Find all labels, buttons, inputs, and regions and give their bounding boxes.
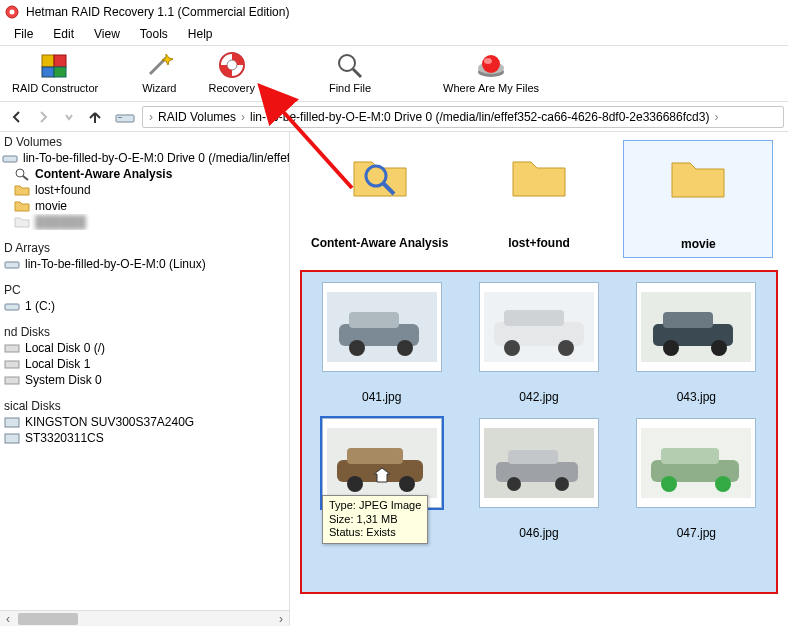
tree-header-volumes[interactable]: D Volumes xyxy=(0,134,289,150)
recovery-button[interactable]: Recovery xyxy=(202,48,260,96)
folder-icon xyxy=(666,147,730,203)
tree-header-nd-disks[interactable]: nd Disks xyxy=(0,324,289,340)
breadcrumb-part[interactable]: lin-To-be-filled-by-O-E-M:0 Drive 0 (/me… xyxy=(247,110,712,124)
svg-point-15 xyxy=(484,58,492,64)
nav-forward-button[interactable] xyxy=(30,105,56,129)
file-tooltip: Type: JPEG Image Size: 1,31 MB Status: E… xyxy=(322,495,428,544)
file-item-selected[interactable]: Type: JPEG Image Size: 1,31 MB Status: E… xyxy=(306,412,457,542)
tree-local-disk-0[interactable]: Local Disk 0 (/) xyxy=(0,340,289,356)
menu-help[interactable]: Help xyxy=(178,24,223,45)
wand-icon xyxy=(142,50,176,80)
file-label: 043.jpg xyxy=(677,390,716,404)
titlebar: Hetman RAID Recovery 1.1 (Commercial Edi… xyxy=(0,0,788,24)
tree-array-item[interactable]: lin-To-be-filled-by-O-E-M:0 (Linux) xyxy=(0,256,289,272)
tree-physical-disk-2[interactable]: ST3320311CS xyxy=(0,430,289,446)
tree-label: ██████ xyxy=(35,215,86,229)
tree-lost-found[interactable]: lost+found xyxy=(0,182,289,198)
image-thumbnail xyxy=(636,418,756,508)
svg-point-53 xyxy=(555,477,569,491)
lifebuoy-icon xyxy=(215,50,249,80)
folder-label: lost+found xyxy=(508,236,570,250)
file-label: 047.jpg xyxy=(677,526,716,540)
hdd-icon xyxy=(4,431,20,445)
tree-label: movie xyxy=(35,199,67,213)
toolbar-label: Recovery xyxy=(208,82,254,94)
tree-blurred-item[interactable]: ██████ xyxy=(0,214,289,230)
svg-rect-2 xyxy=(42,55,54,67)
tree-physical-disk-1[interactable]: KINGSTON SUV300S37A240G xyxy=(0,414,289,430)
svg-rect-25 xyxy=(5,377,19,384)
svg-point-19 xyxy=(16,169,24,177)
scrollbar-thumb[interactable] xyxy=(18,613,78,625)
file-item[interactable]: 046.jpg xyxy=(463,412,614,542)
svg-line-11 xyxy=(353,69,361,77)
tree-movie[interactable]: movie xyxy=(0,198,289,214)
svg-point-47 xyxy=(347,476,363,492)
tree-content-aware[interactable]: Content-Aware Analysis xyxy=(0,166,289,182)
disk-icon xyxy=(4,373,20,387)
tree-pc-item[interactable]: 1 (C:) xyxy=(0,298,289,314)
svg-rect-39 xyxy=(504,310,564,326)
svg-rect-49 xyxy=(347,448,403,464)
file-item[interactable]: 043.jpg xyxy=(621,276,772,406)
image-thumbnail xyxy=(636,282,756,372)
svg-rect-54 xyxy=(508,450,558,464)
svg-point-52 xyxy=(507,477,521,491)
app-icon xyxy=(4,4,20,20)
sidebar-scrollbar[interactable]: ‹ › xyxy=(0,610,289,626)
folder-icon xyxy=(14,183,30,197)
svg-rect-17 xyxy=(118,117,122,118)
nav-back-button[interactable] xyxy=(4,105,30,129)
toolbar-label: RAID Constructor xyxy=(12,82,98,94)
content-pane: Content-Aware Analysis lost+found movie xyxy=(290,132,788,626)
svg-rect-44 xyxy=(663,312,713,328)
svg-rect-5 xyxy=(54,67,66,77)
breadcrumb[interactable]: › RAID Volumes › lin-To-be-filled-by-O-E… xyxy=(142,106,784,128)
tree-header-pc[interactable]: PC xyxy=(0,282,289,298)
tree-label: 1 (C:) xyxy=(25,299,55,313)
menu-tools[interactable]: Tools xyxy=(130,24,178,45)
image-thumbnail xyxy=(479,282,599,372)
folder-label: Content-Aware Analysis xyxy=(311,236,448,250)
tree-volume[interactable]: lin-To-be-filled-by-O-E-M:0 Drive 0 (/me… xyxy=(0,150,289,166)
raid-constructor-button[interactable]: RAID Constructor xyxy=(6,48,104,96)
svg-rect-59 xyxy=(661,448,719,464)
tree-header-arrays[interactable]: D Arrays xyxy=(0,240,289,256)
tooltip-line: Size: 1,31 MB xyxy=(329,513,421,527)
nav-up-button[interactable] xyxy=(82,105,108,129)
puzzle-icon xyxy=(38,50,72,80)
tooltip-line: Type: JPEG Image xyxy=(329,499,421,513)
file-item[interactable]: 047.jpg xyxy=(621,412,772,542)
file-label: 046.jpg xyxy=(519,526,558,540)
scroll-left-icon[interactable]: ‹ xyxy=(0,612,16,626)
file-item[interactable]: 042.jpg xyxy=(463,276,614,406)
where-files-button[interactable]: Where Are My Files xyxy=(437,48,545,96)
svg-point-58 xyxy=(715,476,731,492)
toolbar-label: Find File xyxy=(329,82,371,94)
find-file-button[interactable]: Find File xyxy=(323,48,377,96)
folder-label: movie xyxy=(681,237,716,251)
file-label: 041.jpg xyxy=(362,390,401,404)
scroll-right-icon[interactable]: › xyxy=(273,612,289,626)
menu-edit[interactable]: Edit xyxy=(43,24,84,45)
folder-content-aware[interactable]: Content-Aware Analysis xyxy=(305,140,455,258)
nav-history-dropdown[interactable] xyxy=(56,105,82,129)
image-thumbnail xyxy=(322,282,442,372)
toolbar: RAID Constructor Wizard Recovery xyxy=(0,46,788,102)
wizard-button[interactable]: Wizard xyxy=(136,48,182,96)
folder-movie[interactable]: movie xyxy=(623,140,773,258)
breadcrumb-part[interactable]: RAID Volumes xyxy=(155,110,239,124)
svg-rect-16 xyxy=(116,115,134,122)
tooltip-line: Status: Exists xyxy=(329,526,421,540)
folder-lost-found[interactable]: lost+found xyxy=(464,140,614,258)
sidebar: D Volumes lin-To-be-filled-by-O-E-M:0 Dr… xyxy=(0,132,290,626)
menu-file[interactable]: File xyxy=(4,24,43,45)
folder-icon xyxy=(507,146,571,202)
menu-view[interactable]: View xyxy=(84,24,130,45)
tree-header-physical[interactable]: sical Disks xyxy=(0,398,289,414)
tree-local-disk-1[interactable]: Local Disk 1 xyxy=(0,356,289,372)
tree-system-disk-0[interactable]: System Disk 0 xyxy=(0,372,289,388)
folder-icon xyxy=(14,199,30,213)
file-item[interactable]: 041.jpg xyxy=(306,276,457,406)
tree-label: System Disk 0 xyxy=(25,373,102,387)
